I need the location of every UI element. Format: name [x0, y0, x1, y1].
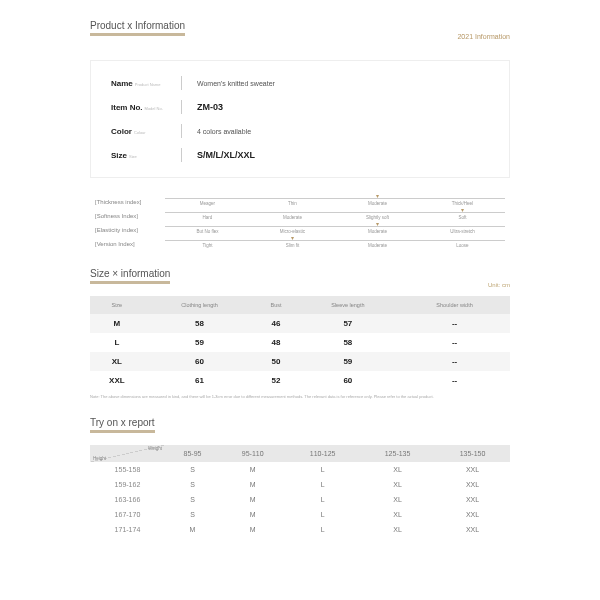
size-note: Note: The above dimensions are measured …: [90, 394, 510, 399]
try-corner: WeightHeight: [90, 445, 165, 462]
header: Product x Information 2021 Information: [90, 20, 510, 40]
info-row-name: NameProduct Name Women's knitted sweater: [111, 76, 489, 90]
unit-label: Unit: cm: [488, 282, 510, 288]
info-block: NameProduct Name Women's knitted sweater…: [90, 60, 510, 178]
info-val-item: ZM-03: [197, 102, 223, 112]
table-row: 171-174MMLXLXXL: [90, 522, 510, 537]
info-row-item: Item No.Model No. ZM-03: [111, 100, 489, 114]
indices: [Thickness index]MeagerThinModerateThick…: [90, 198, 510, 248]
try-title: Try on x report: [90, 417, 155, 433]
size-title: Size × information: [90, 268, 170, 284]
info-val-color: 4 colors available: [197, 128, 251, 135]
header-sub: 2021 Information: [457, 33, 510, 40]
table-row: L594858--: [90, 333, 510, 352]
table-row: XXL615260--: [90, 371, 510, 390]
try-table: WeightHeight 85-9595-110110-125125-13513…: [90, 445, 510, 537]
table-row: M584657--: [90, 314, 510, 333]
size-table: SizeClothing lengthBustSleeve lengthShou…: [90, 296, 510, 390]
table-row: 159-162SMLXLXXL: [90, 477, 510, 492]
table-row: 155-158SMLXLXXL: [90, 462, 510, 477]
size-header: Size × information Unit: cm: [90, 268, 510, 288]
try-header: Try on x report: [90, 417, 510, 437]
table-row: 163-166SMLXLXXL: [90, 492, 510, 507]
table-row: XL605059--: [90, 352, 510, 371]
info-val-name: Women's knitted sweater: [197, 80, 275, 87]
info-row-size: SizeSize S/M/L/XL/XXL: [111, 148, 489, 162]
info-row-color: ColorColour 4 colors available: [111, 124, 489, 138]
table-row: 167-170SMLXLXXL: [90, 507, 510, 522]
page-title: Product x Information: [90, 20, 185, 36]
info-val-size: S/M/L/XL/XXL: [197, 150, 255, 160]
